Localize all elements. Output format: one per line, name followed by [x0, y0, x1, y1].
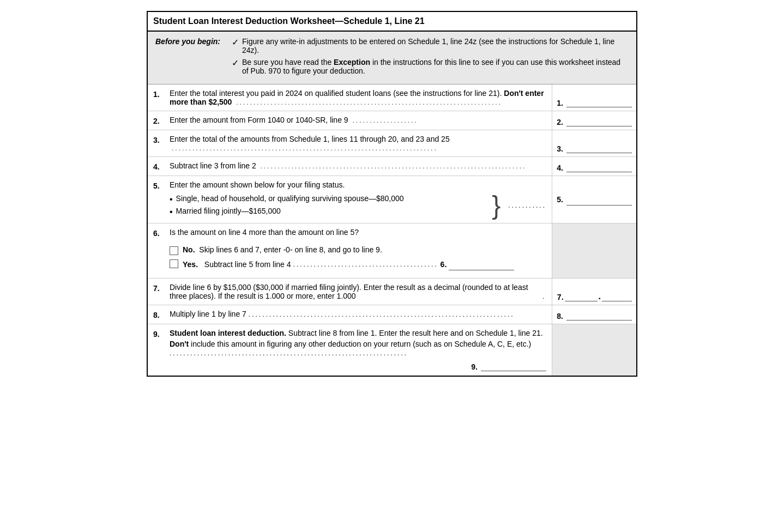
before-begin-text-2: Be sure you have read the Exception in t… [242, 58, 629, 75]
line-6-no-row: No. Skip lines 6 and 7, enter -0- on lin… [170, 245, 514, 255]
line-9-input[interactable] [481, 359, 546, 371]
worksheet-container: Student Loan Interest Deduction Workshee… [147, 11, 637, 377]
before-begin-item-2: ✓ Be sure you have read the Exception in… [232, 58, 629, 75]
line-6-dots: ........................................… [293, 261, 438, 268]
line-8-input[interactable] [566, 309, 632, 321]
line-7-content: Divide line 6 by $15,000 ($30,000 if mar… [170, 283, 546, 300]
filing-status-single: • Single, head of household, or qualifyi… [170, 194, 484, 204]
line-9-main: 9. Student loan interest deduction. Subt… [148, 324, 552, 376]
line-9-number: 9. [153, 329, 165, 338]
line-5-input-cell: 5. [552, 176, 636, 223]
before-begin-section: Before you begin: ✓ Figure any write-in … [148, 32, 636, 84]
line-3-input[interactable] [566, 141, 632, 153]
filing-status-single-text: Single, head of household, or qualifying… [176, 194, 404, 204]
line-5-main: 5. Enter the amount shown below for your… [148, 176, 552, 223]
line-9-text-block: Student loan interest deduction. Subtrac… [170, 329, 546, 337]
line-2-number: 2. [153, 116, 165, 125]
line-1-number: 1. [153, 89, 165, 99]
line-9-input-row: 9. [170, 359, 546, 371]
line-7-main: 7. Divide line 6 by $15,000 ($30,000 if … [148, 279, 552, 305]
line-1-content: Enter the total interest you paid in 202… [170, 89, 546, 106]
line-7-dots: ......................... [542, 293, 546, 300]
line-2-row: 2. Enter the amount from Form 1040 or 10… [148, 111, 636, 130]
line-6-question: Is the amount on line 4 more than the am… [170, 228, 359, 238]
line-3-dots: ........................................… [170, 144, 440, 152]
line-2-input[interactable] [566, 114, 632, 126]
line-7-row: 7. Divide line 6 by $15,000 ($30,000 if … [148, 279, 636, 305]
line-6-no-text: No. Skip lines 6 and 7, enter -0- on lin… [183, 245, 382, 254]
line-3-row: 3. Enter the total of the amounts from S… [148, 130, 636, 157]
checkmark-icon-1: ✓ [232, 37, 239, 55]
line-7-label: 7. [557, 293, 564, 301]
filing-status-list: • Single, head of household, or qualifyi… [170, 192, 484, 218]
line-8-number: 8. [153, 310, 165, 319]
line-3-content: Enter the total of the amounts from Sche… [170, 135, 546, 152]
line-6-number: 6. [153, 228, 165, 238]
before-begin-label: Before you begin: [155, 37, 226, 78]
line-6-options: No. Skip lines 6 and 7, enter -0- on lin… [153, 242, 514, 274]
line-9-content: Student loan interest deduction. Subtrac… [170, 329, 546, 371]
worksheet-title: Student Loan Interest Deduction Workshee… [148, 12, 636, 32]
line-3-label: 3. [557, 144, 563, 153]
line-1-input[interactable] [566, 95, 632, 107]
line-3-text: Enter the total of the amounts from Sche… [170, 135, 450, 143]
line-8-row: 8. Multiply line 1 by line 7 ...........… [148, 305, 636, 324]
line-5-content: Enter the amount shown below for your fi… [170, 180, 546, 219]
line-5-number: 5. [153, 180, 165, 190]
line-9-dots: ........................................… [170, 349, 408, 357]
line-6-label: 6. [441, 260, 447, 269]
line-7-number: 7. [153, 283, 165, 293]
bullet-icon-2: • [170, 207, 173, 217]
line-8-label: 8. [557, 312, 563, 321]
line-5-input[interactable] [566, 194, 632, 205]
line-4-row: 4. Subtract line 3 from line 2 .........… [148, 157, 636, 176]
checkmark-icon-2: ✓ [232, 58, 239, 75]
line-3-input-cell: 3. [552, 130, 636, 156]
line-7-text: Divide line 6 by $15,000 ($30,000 if mar… [170, 283, 540, 300]
before-begin-text-1: Figure any write-in adjustments to be en… [242, 37, 629, 55]
line-8-dots: ........................................… [249, 311, 546, 318]
line-5-row: 5. Enter the amount shown below for your… [148, 176, 636, 223]
line-1-input-cell: 1. [552, 84, 636, 111]
line-9-label: 9. [471, 362, 478, 371]
line-4-number: 4. [153, 161, 165, 171]
line-6-yes-checkbox[interactable] [170, 259, 178, 268]
line-2-text: Enter the amount from Form 1040 or 1040-… [170, 116, 348, 124]
line-3-number: 3. [153, 135, 165, 144]
before-begin-item-1: ✓ Figure any write-in adjustments to be … [232, 37, 629, 55]
filing-status-married-text: Married filing jointly—$165,000 [176, 207, 281, 217]
line-2-dots: ................... [351, 117, 420, 124]
line-7-input-cell: 7. . [552, 279, 636, 305]
bullet-icon-1: • [170, 194, 173, 204]
line-9-right-spacer [552, 324, 636, 376]
line-2-label: 2. [557, 118, 563, 126]
line-8-text: Multiply line 1 by line 7 [170, 310, 246, 318]
line-4-main: 4. Subtract line 3 from line 2 .........… [148, 157, 552, 176]
line-6-row: 6. Is the amount on line 4 more than the… [148, 223, 636, 279]
line-4-content: Subtract line 3 from line 2 ............… [170, 161, 546, 170]
line-7-input-right[interactable] [602, 289, 632, 301]
line-2-input-cell: 2. [552, 111, 636, 130]
line-9-row: 9. Student loan interest deduction. Subt… [148, 324, 636, 376]
line-6-yes-text: Yes. Subtract line 5 from line 4 .......… [183, 258, 514, 270]
line-4-input-cell: 4. [552, 157, 636, 176]
line-4-dots: ........................................… [258, 162, 529, 170]
line-2-main: 2. Enter the amount from Form 1040 or 10… [148, 111, 552, 130]
line-8-content: Multiply line 1 by line 7 ..............… [170, 310, 546, 318]
line-4-text: Subtract line 3 from line 2 [170, 161, 256, 170]
line-8-input-cell: 8. [552, 305, 636, 324]
line-5-dots-right: ........... [508, 202, 546, 209]
line-7-input-left[interactable] [565, 289, 598, 301]
line-1-dots: ........................................… [234, 99, 504, 106]
line-5-dots: ........... [508, 202, 546, 209]
line-6-input[interactable] [449, 258, 514, 270]
line-8-main: 8. Multiply line 1 by line 7 ...........… [148, 305, 552, 324]
line-1-row: 1. Enter the total interest you paid in … [148, 84, 636, 111]
line-6-no-checkbox[interactable] [170, 246, 178, 255]
line-9-text-block-2: Don't include this amount in figuring an… [170, 340, 546, 357]
line-3-main: 3. Enter the total of the amounts from S… [148, 130, 552, 156]
line-6-right-spacer [552, 223, 636, 278]
line-4-input[interactable] [566, 160, 632, 172]
brace-symbol: } [484, 192, 508, 219]
before-begin-content: ✓ Figure any write-in adjustments to be … [232, 37, 629, 78]
